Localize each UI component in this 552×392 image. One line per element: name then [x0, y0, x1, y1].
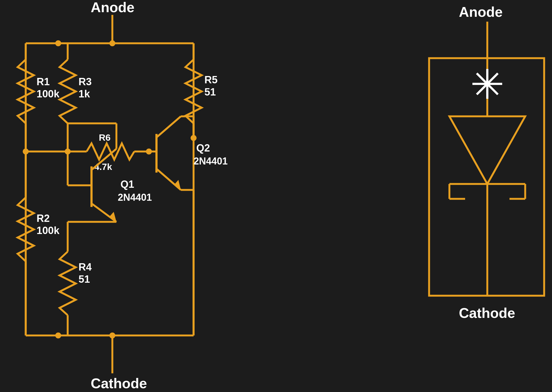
svg-point-126: [146, 149, 152, 154]
r5-label-text: R5: [204, 74, 218, 85]
svg-point-90: [55, 332, 61, 338]
svg-point-139: [485, 81, 490, 87]
anode-symbol-label: Anode: [459, 4, 503, 20]
r4-label-text: R4: [79, 261, 92, 273]
anode-main-label: Anode: [91, 0, 135, 15]
r6-value-text: 4.7k: [94, 162, 112, 172]
r3-value-text: 1k: [79, 88, 90, 100]
r1-label-text: R1: [37, 76, 50, 87]
q1-label-text: Q1: [120, 179, 134, 190]
r2-value-text: 100k: [37, 225, 60, 236]
r1-value-text: 100k: [37, 88, 60, 100]
cathode-main-label: Cathode: [91, 375, 147, 391]
cathode-symbol-label: Cathode: [459, 305, 515, 321]
r6-label-text: R6: [99, 132, 110, 143]
r3-label-text: R3: [79, 76, 92, 87]
q1-value-text: 2N4401: [118, 192, 152, 203]
r2-label-text: R2: [37, 213, 50, 224]
r4-value-text: 51: [79, 274, 90, 285]
q2-value-text: 2N4401: [194, 156, 228, 167]
svg-point-84: [109, 40, 115, 46]
led-asterisk: [472, 69, 502, 99]
r5-value-text: 51: [204, 86, 216, 98]
svg-point-83: [55, 40, 61, 46]
q2-label-text: Q2: [196, 142, 210, 154]
